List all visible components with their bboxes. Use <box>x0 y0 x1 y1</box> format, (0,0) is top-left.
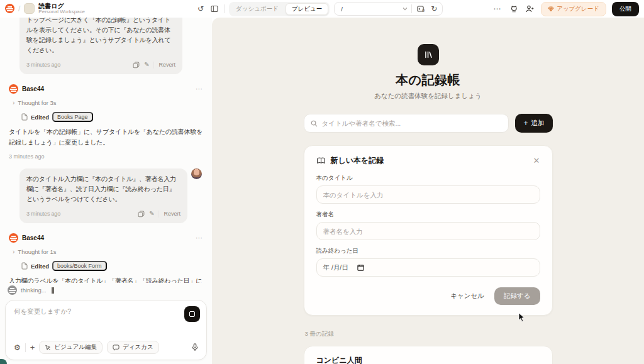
author-input[interactable] <box>316 222 540 240</box>
submit-button[interactable]: 記録する <box>494 287 540 305</box>
search-icon <box>311 120 318 127</box>
assistant-message: Base44 ⋯ › Thought for 3s Edited Books P… <box>5 84 207 160</box>
visual-edit-button[interactable]: ビジュアル編集 <box>39 341 103 354</box>
chevron-right-icon: › <box>13 248 14 255</box>
spinner-icon <box>8 285 17 295</box>
message-text: タイトルを「本の記録帳」に、サブタイトルを「あなたの読書体験を記録しましょう」に… <box>9 127 203 148</box>
author-field-label: 著者名 <box>316 211 540 219</box>
cancel-button[interactable]: キャンセル <box>450 292 484 301</box>
assistant-message: Base44 ⋯ › Thought for 1s Edited books/B… <box>5 233 207 283</box>
base44-avatar <box>9 84 18 94</box>
thinking-indicator: thinking... <box>0 283 212 299</box>
divider <box>25 343 26 352</box>
base44-logo-icon[interactable] <box>5 4 14 13</box>
search-input[interactable] <box>322 119 502 127</box>
divider <box>153 62 154 69</box>
stop-icon <box>189 311 195 317</box>
file-icon <box>21 113 28 121</box>
library-logo-icon <box>418 44 439 65</box>
gem-icon <box>548 6 554 12</box>
console-count-badge: 0 <box>422 8 425 13</box>
edited-label: Edited <box>31 263 49 270</box>
topbar: / 読書ログ Personal Workspace ↺ ダッシュボード プレビュ… <box>0 0 644 18</box>
user-message: 本のタイトル入力欄に『本のタイトル』、著者名入力欄に『著者名』、読了日入力欄に『… <box>19 168 202 223</box>
open-book-icon <box>316 157 326 165</box>
route-value: / <box>341 6 399 13</box>
cursor-select-icon <box>45 345 51 351</box>
attach-plus-icon[interactable]: + <box>30 343 35 352</box>
divider <box>224 4 225 13</box>
page-title: 本の記録帳 <box>304 72 553 89</box>
upgrade-button[interactable]: アップグレード <box>541 2 606 16</box>
edited-row: Edited Books Page <box>21 112 204 122</box>
tab-dashboard[interactable]: ダッシュボード <box>230 3 284 15</box>
publish-button[interactable]: 公開 <box>612 2 639 16</box>
edited-file-badge[interactable]: books/Book Form <box>52 261 107 271</box>
message-more-icon[interactable]: ⋯ <box>196 234 203 242</box>
close-icon[interactable]: ✕ <box>533 157 540 165</box>
message-text: 入力欄のラベルを「本のタイトル」「著者名」「読み終わった日」に変更しました。 <box>9 276 203 283</box>
message-text: 本のタイトル入力欄に『本のタイトル』、著者名入力欄に『著者名』、読了日入力欄に『… <box>26 174 180 204</box>
thought-toggle[interactable]: › Thought for 1s <box>13 248 204 255</box>
thought-toggle[interactable]: › Thought for 3s <box>13 99 204 106</box>
divider <box>158 211 159 218</box>
edited-file-badge[interactable]: Books Page <box>52 112 93 122</box>
chat-sidebar: トップページに大きく『本の記録帳』というタイトルを表示してください。その下に『あ… <box>0 18 212 364</box>
invite-user-icon[interactable] <box>525 4 535 14</box>
mic-icon[interactable] <box>191 342 199 353</box>
chevron-down-icon <box>402 7 408 11</box>
copy-icon[interactable] <box>133 62 140 69</box>
view-switcher: ダッシュボード プレビュー <box>229 2 330 16</box>
chevron-right-icon: › <box>13 99 14 106</box>
workspace-label: Personal Workspace <box>38 9 85 14</box>
refresh-icon[interactable]: ↻ <box>430 4 438 14</box>
edited-label: Edited <box>31 114 49 121</box>
copy-icon[interactable] <box>138 211 145 218</box>
stop-button[interactable] <box>184 306 200 322</box>
chat-history[interactable]: トップページに大きく『本の記録帳』というタイトルを表示してください。その下に『あ… <box>0 18 212 283</box>
form-title: 新しい本を記録 <box>331 155 384 166</box>
chat-composer: ⚙ + ビジュアル編集 ディスカス <box>5 300 207 360</box>
github-icon[interactable] <box>508 4 519 14</box>
edit-icon[interactable]: ✎ <box>144 60 149 70</box>
assistant-name: Base44 <box>22 85 44 92</box>
chat-bubble-icon <box>113 345 119 351</box>
message-more-icon[interactable]: ⋯ <box>196 85 203 93</box>
book-card[interactable]: コンビニ人間 村田沙耶香 2026年2月1日 <box>304 346 553 364</box>
divider <box>411 4 412 13</box>
date-field-label: 読み終わった日 <box>316 247 540 255</box>
timestamp: 3 minutes ago <box>26 209 60 218</box>
base44-avatar <box>9 233 18 243</box>
app-icon[interactable] <box>24 3 35 14</box>
search-field <box>304 114 509 133</box>
book-title-input[interactable] <box>316 185 540 204</box>
date-value: 年 /月/日 <box>323 263 348 272</box>
app-preview-pane: 本の記録帳 あなたの読書体験を記録しましょう + 追加 新しい本を記録 ✕ 本の… <box>212 18 644 364</box>
console-icon[interactable]: 0 <box>416 4 426 14</box>
thinking-label: thinking... <box>21 287 47 294</box>
message-text: トップページに大きく『本の記録帳』というタイトルを表示してください。その下に『あ… <box>26 18 175 55</box>
more-menu-icon[interactable]: ⋯ <box>492 4 502 14</box>
discuss-button[interactable]: ディスカス <box>107 341 159 354</box>
chat-input[interactable] <box>6 301 206 341</box>
timestamp: 3 minutes ago <box>26 60 60 69</box>
revert-button[interactable]: Revert <box>164 211 180 217</box>
add-book-button[interactable]: + 追加 <box>515 114 552 133</box>
history-icon[interactable]: ↺ <box>196 4 205 14</box>
calendar-icon[interactable] <box>357 264 364 271</box>
record-count: 3 冊の記録 <box>305 330 553 338</box>
book-title: コンビニ人間 <box>316 355 540 364</box>
edited-row: Edited books/Book Form <box>21 261 204 271</box>
file-icon <box>21 262 28 270</box>
revert-button[interactable]: Revert <box>158 62 175 68</box>
date-input[interactable]: 年 /月/日 <box>316 258 540 277</box>
user-message: トップページに大きく『本の記録帳』というタイトルを表示してください。その下に『あ… <box>19 18 182 74</box>
timestamp: 3 minutes ago <box>9 153 203 160</box>
gear-icon[interactable]: ⚙ <box>14 343 21 352</box>
tab-preview[interactable]: プレビュー <box>286 3 328 15</box>
assistant-name: Base44 <box>22 234 44 241</box>
edit-icon[interactable]: ✎ <box>149 209 154 219</box>
page-subtitle: あなたの読書体験を記録しましょう <box>304 92 553 101</box>
sidebar-toggle-icon[interactable] <box>209 4 219 14</box>
route-selector[interactable]: / 0 ↻ <box>334 2 443 16</box>
